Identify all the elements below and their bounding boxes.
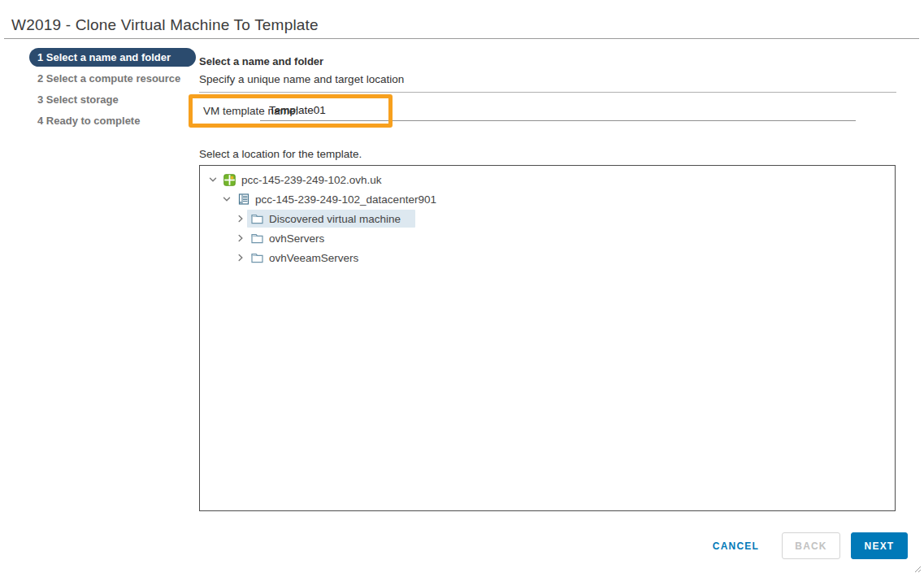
chevron-right-icon[interactable] bbox=[234, 251, 247, 264]
location-tree: pcc-145-239-249-102.ovh.uk bbox=[199, 165, 896, 511]
tree-row-label: ovhServers bbox=[269, 232, 324, 245]
title-divider bbox=[4, 38, 919, 39]
chevron-down-icon[interactable] bbox=[206, 173, 219, 186]
tree-row-body[interactable]: ovhServers bbox=[247, 229, 328, 247]
back-button[interactable]: BACK bbox=[782, 532, 840, 559]
wizard-step-2[interactable]: 2 Select a compute resource bbox=[29, 69, 196, 88]
wizard-step-3[interactable]: 3 Select storage bbox=[29, 90, 196, 109]
wizard-step-1[interactable]: 1 Select a name and folder bbox=[29, 48, 196, 67]
tree-row-label: pcc-145-239-249-102.ovh.uk bbox=[241, 174, 382, 186]
wizard-step-label: 1 Select a name and folder bbox=[37, 51, 171, 63]
tree-row[interactable]: Discovered virtual machine bbox=[200, 209, 895, 228]
tree-row[interactable]: pcc-145-239-249-102_datacenter901 bbox=[200, 189, 895, 209]
wizard-step-label: 2 Select a compute resource bbox=[37, 72, 180, 85]
wizard-title: W2019 - Clone Virtual Machine To Templat… bbox=[11, 16, 319, 34]
wizard-footer: CANCEL BACK NEXT bbox=[708, 532, 908, 559]
tree-row-body[interactable]: ovhVeeamServers bbox=[247, 249, 362, 267]
vcenter-icon bbox=[223, 173, 236, 186]
page-title: Select a name and folder bbox=[199, 55, 323, 67]
wizard-step-label: 3 Select storage bbox=[37, 93, 119, 106]
tree-row-body[interactable]: pcc-145-239-249-102_datacenter901 bbox=[233, 190, 440, 208]
datacenter-icon bbox=[236, 193, 250, 206]
next-button[interactable]: NEXT bbox=[851, 532, 908, 559]
folder-icon bbox=[250, 212, 264, 225]
tree-row-label: Discovered virtual machine bbox=[269, 213, 401, 225]
tree-row-label: pcc-145-239-249-102_datacenter901 bbox=[255, 193, 436, 206]
cancel-button[interactable]: CANCEL bbox=[708, 533, 764, 559]
content-divider bbox=[199, 92, 896, 93]
chevron-down-icon[interactable] bbox=[220, 193, 233, 206]
clone-vm-wizard-dialog: W2019 - Clone Virtual Machine To Templat… bbox=[0, 0, 924, 573]
tree-row[interactable]: ovhVeeamServers bbox=[200, 248, 895, 267]
page-subtitle: Specify a unique name and target locatio… bbox=[199, 73, 404, 85]
wizard-steps-sidebar: 1 Select a name and folder 2 Select a co… bbox=[29, 48, 196, 132]
wizard-step-4[interactable]: 4 Ready to complete bbox=[29, 111, 196, 130]
chevron-right-icon[interactable] bbox=[234, 212, 247, 225]
tree-row-label: ovhVeeamServers bbox=[269, 252, 358, 264]
chevron-right-icon[interactable] bbox=[234, 232, 247, 245]
location-label: Select a location for the template. bbox=[199, 148, 362, 160]
tree-row-body[interactable]: pcc-145-239-249-102.ovh.uk bbox=[219, 171, 385, 189]
vm-template-name-input[interactable] bbox=[260, 101, 856, 121]
tree-row[interactable]: ovhServers bbox=[200, 228, 895, 248]
tree-row-body[interactable]: Discovered virtual machine bbox=[247, 210, 415, 228]
resize-handle[interactable] bbox=[913, 562, 922, 571]
wizard-step-label: 4 Ready to complete bbox=[37, 115, 140, 127]
folder-icon bbox=[250, 232, 264, 245]
folder-icon bbox=[250, 251, 264, 264]
tree-row[interactable]: pcc-145-239-249-102.ovh.uk bbox=[200, 170, 895, 189]
